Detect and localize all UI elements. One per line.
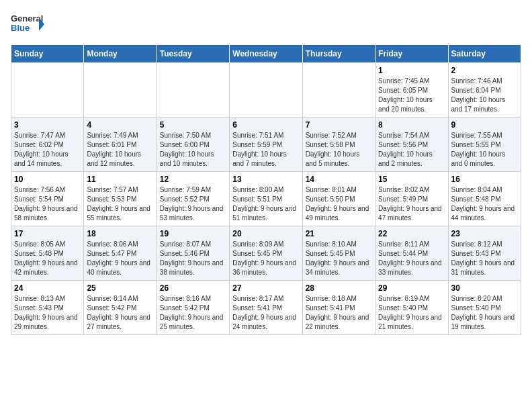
calendar-cell: 14Sunrise: 8:01 AM Sunset: 5:50 PM Dayli… <box>302 172 375 226</box>
day-info: Sunrise: 8:02 AM Sunset: 5:49 PM Dayligh… <box>378 185 445 223</box>
day-number: 1 <box>378 66 445 75</box>
calendar-cell: 22Sunrise: 8:11 AM Sunset: 5:44 PM Dayli… <box>375 226 448 281</box>
calendar-cell <box>302 63 375 118</box>
calendar-cell: 26Sunrise: 8:16 AM Sunset: 5:42 PM Dayli… <box>157 281 229 335</box>
day-info: Sunrise: 7:49 AM Sunset: 6:01 PM Dayligh… <box>87 131 153 169</box>
svg-text:Blue: Blue <box>11 23 30 33</box>
day-header-sunday: Sunday <box>11 45 84 63</box>
day-info: Sunrise: 7:50 AM Sunset: 6:00 PM Dayligh… <box>160 131 226 169</box>
day-info: Sunrise: 8:10 AM Sunset: 5:45 PM Dayligh… <box>306 240 372 277</box>
calendar-cell: 11Sunrise: 7:57 AM Sunset: 5:53 PM Dayli… <box>84 172 157 226</box>
day-header-wednesday: Wednesday <box>230 45 302 63</box>
day-header-friday: Friday <box>375 45 448 63</box>
day-number: 2 <box>451 66 518 75</box>
day-info: Sunrise: 8:18 AM Sunset: 5:41 PM Dayligh… <box>306 294 372 332</box>
calendar-cell: 17Sunrise: 8:05 AM Sunset: 5:48 PM Dayli… <box>11 226 84 281</box>
calendar-cell: 21Sunrise: 8:10 AM Sunset: 5:45 PM Dayli… <box>302 226 375 281</box>
day-info: Sunrise: 8:09 AM Sunset: 5:45 PM Dayligh… <box>232 240 299 277</box>
calendar-cell <box>230 63 302 118</box>
day-number: 6 <box>232 120 299 130</box>
calendar-cell: 27Sunrise: 8:17 AM Sunset: 5:41 PM Dayli… <box>230 281 302 335</box>
day-number: 13 <box>232 175 299 184</box>
day-info: Sunrise: 8:20 AM Sunset: 5:40 PM Dayligh… <box>451 294 518 332</box>
day-number: 18 <box>87 229 153 238</box>
day-info: Sunrise: 8:13 AM Sunset: 5:43 PM Dayligh… <box>14 294 81 332</box>
day-info: Sunrise: 7:47 AM Sunset: 6:02 PM Dayligh… <box>14 131 81 169</box>
day-number: 26 <box>160 283 226 293</box>
calendar-week-row: 10Sunrise: 7:56 AM Sunset: 5:54 PM Dayli… <box>11 172 521 226</box>
day-header-monday: Monday <box>84 45 157 63</box>
day-info: Sunrise: 7:51 AM Sunset: 5:59 PM Dayligh… <box>232 131 299 169</box>
calendar-cell: 29Sunrise: 8:19 AM Sunset: 5:40 PM Dayli… <box>375 281 448 335</box>
day-number: 8 <box>378 120 445 130</box>
calendar-week-row: 1Sunrise: 7:45 AM Sunset: 6:05 PM Daylig… <box>11 63 521 118</box>
day-info: Sunrise: 8:19 AM Sunset: 5:40 PM Dayligh… <box>378 294 445 332</box>
calendar-cell: 18Sunrise: 8:06 AM Sunset: 5:47 PM Dayli… <box>84 226 157 281</box>
day-info: Sunrise: 8:01 AM Sunset: 5:50 PM Dayligh… <box>306 185 372 223</box>
calendar-cell: 15Sunrise: 8:02 AM Sunset: 5:49 PM Dayli… <box>375 172 448 226</box>
day-number: 11 <box>87 175 153 184</box>
calendar-cell: 12Sunrise: 7:59 AM Sunset: 5:52 PM Dayli… <box>157 172 229 226</box>
calendar-cell: 25Sunrise: 8:14 AM Sunset: 5:42 PM Dayli… <box>84 281 157 335</box>
day-header-saturday: Saturday <box>448 45 521 63</box>
day-number: 19 <box>160 229 226 238</box>
day-number: 16 <box>451 175 518 184</box>
calendar-cell <box>157 63 229 118</box>
calendar-cell: 28Sunrise: 8:18 AM Sunset: 5:41 PM Dayli… <box>302 281 375 335</box>
day-info: Sunrise: 8:00 AM Sunset: 5:51 PM Dayligh… <box>232 185 299 223</box>
calendar-week-row: 17Sunrise: 8:05 AM Sunset: 5:48 PM Dayli… <box>11 226 521 281</box>
day-number: 29 <box>378 283 445 293</box>
day-number: 3 <box>14 120 81 130</box>
day-info: Sunrise: 7:54 AM Sunset: 5:56 PM Dayligh… <box>378 131 445 169</box>
calendar-cell: 10Sunrise: 7:56 AM Sunset: 5:54 PM Dayli… <box>11 172 84 226</box>
logo: General Blue <box>11 11 44 39</box>
calendar-header-row: SundayMondayTuesdayWednesdayThursdayFrid… <box>11 45 521 63</box>
calendar-cell: 9Sunrise: 7:55 AM Sunset: 5:55 PM Daylig… <box>448 118 521 172</box>
day-number: 30 <box>451 283 518 293</box>
day-number: 22 <box>378 229 445 238</box>
day-info: Sunrise: 7:46 AM Sunset: 6:04 PM Dayligh… <box>451 77 518 114</box>
day-header-tuesday: Tuesday <box>157 45 229 63</box>
calendar-table: SundayMondayTuesdayWednesdayThursdayFrid… <box>11 44 521 335</box>
calendar-cell: 19Sunrise: 8:07 AM Sunset: 5:46 PM Dayli… <box>157 226 229 281</box>
day-header-thursday: Thursday <box>302 45 375 63</box>
calendar-cell <box>84 63 157 118</box>
day-info: Sunrise: 8:17 AM Sunset: 5:41 PM Dayligh… <box>232 294 299 332</box>
day-info: Sunrise: 8:11 AM Sunset: 5:44 PM Dayligh… <box>378 240 445 277</box>
calendar-cell: 2Sunrise: 7:46 AM Sunset: 6:04 PM Daylig… <box>448 63 521 118</box>
day-info: Sunrise: 7:57 AM Sunset: 5:53 PM Dayligh… <box>87 185 153 223</box>
day-info: Sunrise: 7:56 AM Sunset: 5:54 PM Dayligh… <box>14 185 81 223</box>
calendar-cell: 1Sunrise: 7:45 AM Sunset: 6:05 PM Daylig… <box>375 63 448 118</box>
day-info: Sunrise: 8:07 AM Sunset: 5:46 PM Dayligh… <box>160 240 226 277</box>
day-number: 7 <box>306 120 372 130</box>
calendar-cell: 23Sunrise: 8:12 AM Sunset: 5:43 PM Dayli… <box>448 226 521 281</box>
calendar-cell: 8Sunrise: 7:54 AM Sunset: 5:56 PM Daylig… <box>375 118 448 172</box>
day-number: 5 <box>160 120 226 130</box>
day-number: 17 <box>14 229 81 238</box>
logo-svg: General Blue <box>11 11 44 39</box>
day-number: 25 <box>87 283 153 293</box>
svg-text:General: General <box>11 13 43 24</box>
day-info: Sunrise: 7:45 AM Sunset: 6:05 PM Dayligh… <box>378 77 445 114</box>
day-number: 12 <box>160 175 226 184</box>
day-number: 15 <box>378 175 445 184</box>
calendar-cell: 5Sunrise: 7:50 AM Sunset: 6:00 PM Daylig… <box>157 118 229 172</box>
day-number: 4 <box>87 120 153 130</box>
calendar-cell: 7Sunrise: 7:52 AM Sunset: 5:58 PM Daylig… <box>302 118 375 172</box>
calendar-cell: 4Sunrise: 7:49 AM Sunset: 6:01 PM Daylig… <box>84 118 157 172</box>
calendar-week-row: 3Sunrise: 7:47 AM Sunset: 6:02 PM Daylig… <box>11 118 521 172</box>
calendar-cell: 20Sunrise: 8:09 AM Sunset: 5:45 PM Dayli… <box>230 226 302 281</box>
calendar-cell: 16Sunrise: 8:04 AM Sunset: 5:48 PM Dayli… <box>448 172 521 226</box>
day-number: 23 <box>451 229 518 238</box>
header: General Blue <box>11 11 521 39</box>
day-number: 28 <box>306 283 372 293</box>
day-info: Sunrise: 7:52 AM Sunset: 5:58 PM Dayligh… <box>306 131 372 169</box>
day-number: 10 <box>14 175 81 184</box>
calendar-cell: 6Sunrise: 7:51 AM Sunset: 5:59 PM Daylig… <box>230 118 302 172</box>
day-info: Sunrise: 8:04 AM Sunset: 5:48 PM Dayligh… <box>451 185 518 223</box>
day-info: Sunrise: 8:14 AM Sunset: 5:42 PM Dayligh… <box>87 294 153 332</box>
calendar-cell: 13Sunrise: 8:00 AM Sunset: 5:51 PM Dayli… <box>230 172 302 226</box>
day-number: 9 <box>451 120 518 130</box>
calendar-cell: 30Sunrise: 8:20 AM Sunset: 5:40 PM Dayli… <box>448 281 521 335</box>
calendar-week-row: 24Sunrise: 8:13 AM Sunset: 5:43 PM Dayli… <box>11 281 521 335</box>
